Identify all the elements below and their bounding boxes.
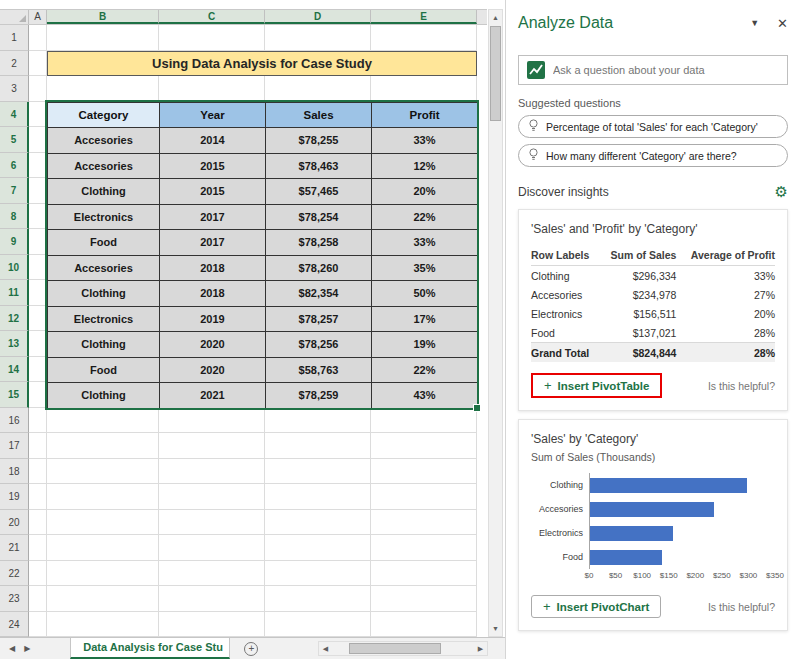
chart-bar[interactable] xyxy=(590,502,714,517)
cell[interactable] xyxy=(47,459,159,485)
cell[interactable] xyxy=(29,153,47,179)
table-cell[interactable]: Accesories xyxy=(48,128,160,154)
cell[interactable] xyxy=(371,561,477,587)
cell[interactable] xyxy=(29,535,47,561)
cell[interactable] xyxy=(29,280,47,306)
cell[interactable] xyxy=(265,459,371,485)
cell[interactable] xyxy=(371,76,477,102)
table-cell[interactable]: $78,260 xyxy=(266,255,372,281)
cell[interactable] xyxy=(29,229,47,255)
cell[interactable] xyxy=(47,76,159,102)
cell[interactable] xyxy=(265,408,371,434)
table-cell[interactable]: 17% xyxy=(372,306,478,332)
table-cell[interactable]: 2014 xyxy=(160,128,266,154)
chart-bar[interactable] xyxy=(590,526,673,541)
table-cell[interactable]: 22% xyxy=(372,357,478,383)
cell[interactable] xyxy=(29,178,47,204)
table-header-sales[interactable]: Sales xyxy=(266,102,372,128)
cell[interactable] xyxy=(47,433,159,459)
select-all-corner[interactable] xyxy=(0,10,29,24)
cell[interactable] xyxy=(29,102,47,128)
scroll-down-icon[interactable]: ▼ xyxy=(489,621,502,636)
table-cell[interactable]: $78,463 xyxy=(266,153,372,179)
cell[interactable] xyxy=(29,51,47,77)
chart-bar[interactable] xyxy=(590,478,747,493)
row-header-3[interactable]: 3 xyxy=(0,76,29,102)
cell[interactable] xyxy=(47,561,159,587)
cell[interactable] xyxy=(47,510,159,536)
table-cell[interactable]: 2015 xyxy=(160,179,266,205)
table-cell[interactable]: Clothing xyxy=(48,332,160,358)
cell[interactable] xyxy=(47,535,159,561)
cell-title[interactable]: Using Data Analysis for Case Study xyxy=(47,51,477,77)
cell[interactable] xyxy=(371,25,477,51)
table-cell[interactable]: $78,254 xyxy=(266,204,372,230)
cell[interactable] xyxy=(29,255,47,281)
table-header-category[interactable]: Category xyxy=(48,102,160,128)
cell[interactable] xyxy=(265,433,371,459)
row-header-2[interactable]: 2 xyxy=(0,51,29,77)
cell[interactable] xyxy=(29,433,47,459)
cell[interactable] xyxy=(29,408,47,434)
cell[interactable] xyxy=(47,586,159,612)
cell[interactable] xyxy=(29,127,47,153)
cell[interactable] xyxy=(159,459,265,485)
cell[interactable] xyxy=(159,433,265,459)
row-header-7[interactable]: 7 xyxy=(0,178,29,204)
table-cell[interactable]: Accesories xyxy=(48,255,160,281)
table-cell[interactable]: $78,259 xyxy=(266,383,372,409)
table-cell[interactable]: Accesories xyxy=(48,153,160,179)
row-header-18[interactable]: 18 xyxy=(0,459,29,485)
suggestion-pill-1[interactable]: Percentage of total 'Sales' for each 'Ca… xyxy=(518,115,788,138)
table-cell[interactable]: $58,763 xyxy=(266,357,372,383)
cell[interactable] xyxy=(265,76,371,102)
cell[interactable] xyxy=(29,357,47,383)
cell[interactable] xyxy=(29,561,47,587)
table-cell[interactable]: $57,465 xyxy=(266,179,372,205)
table-cell[interactable]: 19% xyxy=(372,332,478,358)
table-cell[interactable]: Food xyxy=(48,230,160,256)
table-cell[interactable]: 2019 xyxy=(160,306,266,332)
table-cell[interactable]: Electronics xyxy=(48,306,160,332)
table-header-profit[interactable]: Profit xyxy=(372,102,478,128)
table-cell[interactable]: 22% xyxy=(372,204,478,230)
cell[interactable] xyxy=(29,331,47,357)
row-header-4[interactable]: 4 xyxy=(0,102,29,128)
cell[interactable] xyxy=(159,76,265,102)
is-this-helpful-link[interactable]: Is this helpful? xyxy=(708,380,775,392)
horizontal-scroll-track[interactable] xyxy=(332,642,474,655)
table-cell[interactable]: 35% xyxy=(372,255,478,281)
cell[interactable] xyxy=(29,382,47,408)
table-cell[interactable]: 2020 xyxy=(160,357,266,383)
cell[interactable] xyxy=(159,510,265,536)
new-sheet-button[interactable]: + xyxy=(244,642,258,656)
insert-pivotchart-button[interactable]: + Insert PivotChart xyxy=(531,595,661,618)
cell[interactable] xyxy=(371,459,477,485)
row-header-24[interactable]: 24 xyxy=(0,612,29,638)
column-header-D[interactable]: D xyxy=(265,10,371,24)
cell[interactable] xyxy=(29,586,47,612)
cell[interactable] xyxy=(371,408,477,434)
pane-options-chevron-icon[interactable]: ▼ xyxy=(750,18,759,28)
cell[interactable] xyxy=(47,484,159,510)
cell[interactable] xyxy=(371,612,477,638)
cell[interactable] xyxy=(29,25,47,51)
cell[interactable] xyxy=(265,535,371,561)
row-header-6[interactable]: 6 xyxy=(0,153,29,179)
table-cell[interactable]: Electronics xyxy=(48,204,160,230)
vertical-scrollbar[interactable]: ▲ ▼ xyxy=(488,9,503,637)
cell[interactable] xyxy=(47,25,159,51)
cell[interactable] xyxy=(29,204,47,230)
gear-icon[interactable]: ⚙ xyxy=(775,183,788,201)
cell[interactable] xyxy=(265,561,371,587)
cell[interactable] xyxy=(47,408,159,434)
table-cell[interactable]: 2017 xyxy=(160,230,266,256)
row-header-16[interactable]: 16 xyxy=(0,408,29,434)
tab-nav-left-icon[interactable]: ◀ xyxy=(9,644,15,653)
table-cell[interactable]: $82,354 xyxy=(266,281,372,307)
table-cell[interactable]: Food xyxy=(48,357,160,383)
cell[interactable] xyxy=(371,433,477,459)
scroll-left-icon[interactable]: ◀ xyxy=(319,645,332,653)
table-cell[interactable]: 2015 xyxy=(160,153,266,179)
row-header-5[interactable]: 5 xyxy=(0,127,29,153)
